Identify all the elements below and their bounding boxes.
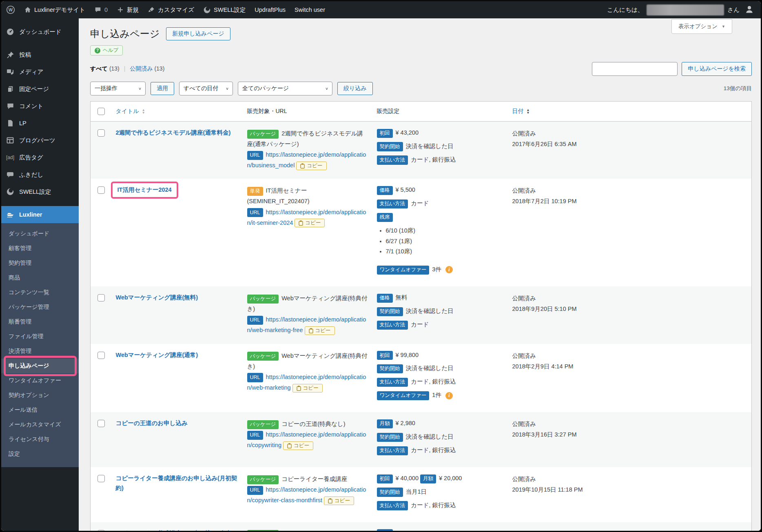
setting-badge: ワンタイムオファー <box>377 391 430 400</box>
view-published[interactable]: 公開済み <box>130 65 153 72</box>
row-checkbox[interactable] <box>97 530 105 531</box>
row-title-link[interactable]: コピーライター養成講座のお申し込み(未来日) <box>116 530 231 531</box>
setting-badge: パッケージ <box>247 420 279 429</box>
sidebar-item-luxliner[interactable]: Luxliner <box>1 206 79 223</box>
row-checkbox[interactable] <box>97 129 105 137</box>
copy-button[interactable]: コピー <box>295 219 325 227</box>
submenu-item-payments[interactable]: 決済管理 <box>1 344 79 359</box>
submenu-item-application-pages[interactable]: 申し込みページ <box>1 359 79 373</box>
sidebar-item-comments[interactable]: コメント <box>1 98 79 115</box>
clipboard-icon <box>297 386 301 391</box>
submenu-item-order[interactable]: 順番管理 <box>1 315 79 329</box>
submenu-item-customers[interactable]: 顧客管理 <box>1 241 79 256</box>
submenu-item-packages[interactable]: パッケージ管理 <box>1 300 79 315</box>
swell-settings-link[interactable]: SWELL設定 <box>203 6 246 14</box>
document-icon <box>6 119 14 127</box>
home-icon <box>24 6 31 13</box>
submenu-item-products[interactable]: 商品 <box>1 270 79 285</box>
row-checkbox[interactable] <box>97 475 105 482</box>
setting-badge: 支払い方法 <box>377 155 408 164</box>
site-name-link[interactable]: Luxlinerデモサイト <box>24 6 85 14</box>
submenu-item-onetime-offer[interactable]: ワンタイムオファー <box>1 373 79 388</box>
submenu-item-contract-options[interactable]: 契約オプション <box>1 388 79 403</box>
pushpin-icon <box>6 51 14 59</box>
copy-button[interactable]: コピー <box>296 162 326 170</box>
table-row: コピーライター養成講座のお申し込み(未来日)パッケージコピーライター養成講座UR… <box>91 522 752 531</box>
setting-line: 契約開始当月1日 <box>377 487 504 497</box>
luxliner-submenu: ダッシュボード 顧客管理 契約管理 商品 コンテンツ一覧 パッケージ管理 順番管… <box>1 223 79 467</box>
switch-user-link[interactable]: Switch user <box>295 7 325 13</box>
row-title-link[interactable]: Webマーケティング講座(通常) <box>116 352 198 358</box>
setting-badge: 初回 <box>377 351 393 360</box>
info-icon[interactable]: i <box>445 266 453 273</box>
wordpress-logo-icon[interactable]: W <box>6 5 15 14</box>
comments-link[interactable]: 0 <box>94 6 108 13</box>
row-title-link[interactable]: IT活用セミナー2024 <box>117 186 172 193</box>
row-checkbox[interactable] <box>97 352 105 359</box>
sales-url-line: URLhttps://lastonepiece.jp/demo/applicat… <box>247 207 369 228</box>
updraftplus-link[interactable]: UpdraftPlus <box>255 7 286 13</box>
title-wrap: コピーライター養成講座のお申し込み(未来日) <box>116 530 231 531</box>
clipboard-icon <box>328 498 332 503</box>
help-button[interactable]: ? ヘルプ <box>90 45 123 55</box>
submenu-item-dashboard[interactable]: ダッシュボード <box>1 226 79 241</box>
date-filter-select[interactable]: すべての日付∨ <box>179 82 233 95</box>
filter-button[interactable]: 絞り込み <box>337 82 373 95</box>
clipboard-icon <box>299 220 303 226</box>
admin-sidebar: ダッシュボード 投稿 メディア 固定ページ コメント LP <box>1 18 79 531</box>
search-button[interactable]: 申し込みページを検索 <box>682 62 752 76</box>
submenu-item-files[interactable]: ファイル管理 <box>1 329 79 344</box>
seat-item: 6/10 (10席) <box>386 226 504 236</box>
copy-button[interactable]: コピー <box>324 497 354 505</box>
setting-badge: 価格 <box>377 186 393 195</box>
row-checkbox[interactable] <box>97 294 105 301</box>
apply-button[interactable]: 適用 <box>151 82 174 95</box>
row-checkbox[interactable] <box>97 420 105 427</box>
sidebar-item-media[interactable]: メディア <box>1 63 79 80</box>
select-all-checkbox[interactable] <box>97 108 105 115</box>
setting-badge: 支払い方法 <box>377 200 408 208</box>
new-content-link[interactable]: 新規 <box>117 6 139 14</box>
row-checkbox[interactable] <box>97 186 105 194</box>
customize-link[interactable]: カスタマイズ <box>148 6 194 14</box>
search-input[interactable] <box>592 62 678 76</box>
column-header-date[interactable]: 日付▲▼ <box>512 108 530 115</box>
sidebar-item-blog-parts[interactable]: ブログパーツ <box>1 132 79 149</box>
row-title-link[interactable]: 2週間で作るビジネスモデル講座(通常料金) <box>116 129 231 136</box>
sidebar-item-posts[interactable]: 投稿 <box>1 46 79 63</box>
submenu-item-contents[interactable]: コンテンツ一覧 <box>1 285 79 300</box>
setting-badge: 支払い方法 <box>377 378 408 387</box>
package-filter-select[interactable]: 全てのパッケージ∨ <box>238 82 332 95</box>
submenu-item-settings[interactable]: 設定 <box>1 447 79 461</box>
window-frame: W Luxlinerデモサイト 0 新規 カスタマイズ SWELL設定 Updr… <box>0 0 762 532</box>
copy-button[interactable]: コピー <box>292 384 323 392</box>
row-status: 公開済み <box>512 185 748 196</box>
highlight-annotation: IT活用セミナー2024 <box>111 182 178 199</box>
row-title-link[interactable]: コピーの王道のお申し込み <box>116 420 188 426</box>
sidebar-item-swell-settings[interactable]: SWELL設定 <box>1 183 79 200</box>
sidebar-item-ad-tag[interactable]: [ad] 広告タグ <box>1 149 79 166</box>
user-avatar-icon[interactable] <box>744 4 754 16</box>
sidebar-item-lp[interactable]: LP <box>1 115 79 132</box>
setting-badge: URL <box>247 208 263 217</box>
copy-button[interactable]: コピー <box>283 441 313 450</box>
submenu-item-license[interactable]: ライセンス付与 <box>1 432 79 447</box>
info-icon[interactable]: i <box>445 392 453 399</box>
copy-button[interactable]: コピー <box>305 326 335 335</box>
submenu-item-mail-customize[interactable]: メールカスタマイズ <box>1 417 79 432</box>
submenu-item-contracts[interactable]: 契約管理 <box>1 256 79 270</box>
row-title-link[interactable]: コピーライター養成講座のお申し込み(月初契約) <box>116 475 237 491</box>
sidebar-item-pages[interactable]: 固定ページ <box>1 80 79 98</box>
screen-options-button[interactable]: 表示オプション ▼ <box>671 19 732 34</box>
bulk-action-select[interactable]: 一括操作∨ <box>90 82 146 95</box>
row-datetime: 2018年2月9日 4:14 PM <box>512 361 748 372</box>
row-title-link[interactable]: Webマーケティング講座(無料) <box>116 294 198 301</box>
view-all[interactable]: すべて <box>90 65 108 72</box>
column-header-title[interactable]: タイトル▲▼ <box>116 108 145 115</box>
sidebar-item-fukidashi[interactable]: ふきだし <box>1 166 79 183</box>
add-new-button[interactable]: 新規申し込みページ <box>166 27 230 40</box>
submenu-item-mail-send[interactable]: メール送信 <box>1 403 79 417</box>
item-count: 13個の項目 <box>724 85 752 92</box>
sidebar-item-dashboard[interactable]: ダッシュボード <box>1 23 79 40</box>
clipboard-icon <box>300 163 305 168</box>
